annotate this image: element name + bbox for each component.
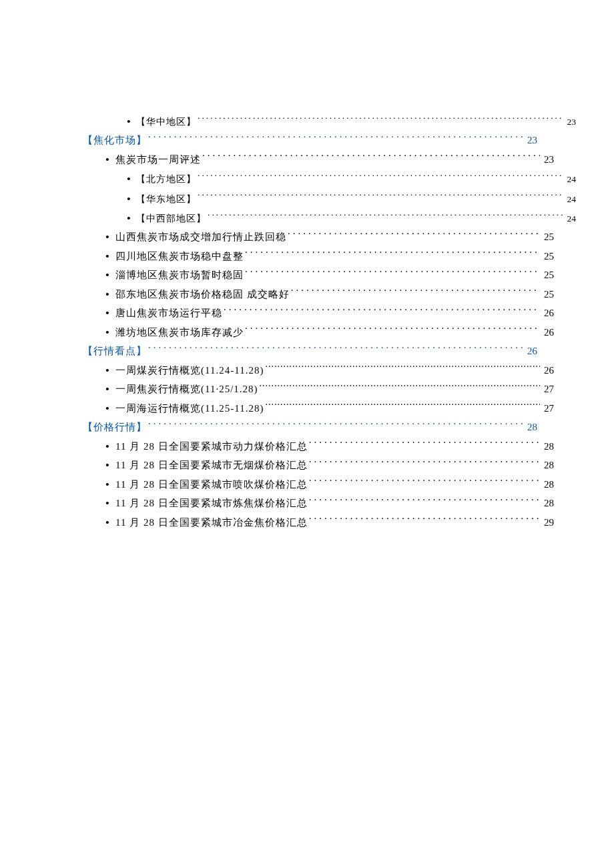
bullet-icon: • xyxy=(121,189,136,208)
bullet-icon: • xyxy=(99,247,115,266)
toc-label: 【华中地区】 xyxy=(136,113,196,131)
toc-entry[interactable]: • 焦炭市场一周评述 23 xyxy=(83,150,554,169)
toc-leader xyxy=(148,344,523,354)
toc-page: 26 xyxy=(543,323,554,342)
toc-page: 23 xyxy=(543,150,554,169)
toc-leader xyxy=(309,496,540,506)
toc-entry[interactable]: • 【北方地区】 24 xyxy=(83,169,576,188)
toc-label: 11 月 28 日全国要紧城市喷吹煤价格汇总 xyxy=(115,475,308,494)
toc-leader xyxy=(309,516,540,526)
toc-leader xyxy=(198,115,563,125)
toc-label: 邵东地区焦炭市场价格稳固 成交略好 xyxy=(115,285,290,304)
toc-page: 28 xyxy=(543,475,554,494)
toc-label: 【北方地区】 xyxy=(136,171,196,188)
toc-page: 27 xyxy=(543,399,554,418)
toc-page: 28 xyxy=(526,418,537,437)
toc-label: 淄博地区焦炭市场暂时稳固 xyxy=(115,266,244,285)
toc-leader xyxy=(309,478,540,488)
toc-page: 23 xyxy=(566,113,577,131)
toc-leader xyxy=(245,326,540,336)
toc-leader xyxy=(265,364,540,374)
bullet-icon: • xyxy=(99,266,115,285)
toc-entry[interactable]: • 11 月 28 日全国要紧城市喷吹煤价格汇总 28 xyxy=(83,475,554,494)
toc-leader xyxy=(208,211,563,222)
bullet-icon: • xyxy=(99,475,115,494)
toc-leader xyxy=(224,306,540,316)
toc-page: 26 xyxy=(526,342,537,361)
toc-label: 【中西部地区】 xyxy=(136,210,206,228)
toc-leader xyxy=(245,268,540,278)
bullet-icon: • xyxy=(99,456,115,475)
toc-entry[interactable]: • 一周煤炭行情概览(11.24-11.28) 26 xyxy=(83,361,554,380)
toc-entry[interactable]: • 11 月 28 日全国要紧城市冶金焦价格汇总 29 xyxy=(83,513,554,532)
toc-leader xyxy=(260,382,540,392)
toc-page: 28 xyxy=(543,494,554,513)
toc-page: 23 xyxy=(526,131,537,150)
toc-leader xyxy=(288,230,540,240)
toc-leader xyxy=(148,420,523,430)
toc-section[interactable]: 【价格行情】 28 xyxy=(83,418,537,437)
bullet-icon: • xyxy=(99,494,115,513)
toc-label: 【焦化市场】 xyxy=(83,131,147,150)
toc-page: 25 xyxy=(543,247,554,266)
toc-entry[interactable]: • 淄博地区焦炭市场暂时稳固 25 xyxy=(83,266,554,285)
toc-entry[interactable]: • 一周海运行情概览(11.25-11.28) 27 xyxy=(83,399,554,418)
toc-section[interactable]: 【焦化市场】 23 xyxy=(83,131,537,150)
bullet-icon: • xyxy=(121,169,136,188)
toc-entry[interactable]: • 【华东地区】 24 xyxy=(83,189,576,208)
toc-label: 11 月 28 日全国要紧城市炼焦煤价格汇总 xyxy=(115,494,308,513)
toc-page: 25 xyxy=(543,266,554,285)
toc-leader xyxy=(291,288,540,298)
bullet-icon: • xyxy=(99,323,115,342)
toc-entry[interactable]: • 11 月 28 日全国要紧城市动力煤价格汇总 28 xyxy=(83,437,554,456)
toc-label: 11 月 28 日全国要紧城市冶金焦价格汇总 xyxy=(115,513,308,532)
toc-leader xyxy=(198,172,563,182)
bullet-icon: • xyxy=(121,208,136,228)
bullet-icon: • xyxy=(99,150,115,169)
toc-page: 28 xyxy=(543,456,554,475)
toc-entry[interactable]: • 11 月 28 日全国要紧城市炼焦煤价格汇总 28 xyxy=(83,494,554,513)
bullet-icon: • xyxy=(99,285,115,304)
bullet-icon: • xyxy=(99,361,115,380)
toc-leader xyxy=(198,192,563,202)
toc-page: 27 xyxy=(543,380,554,399)
toc-label: 【价格行情】 xyxy=(83,418,147,437)
bullet-icon: • xyxy=(121,111,136,131)
toc-leader xyxy=(265,402,540,412)
toc-entry[interactable]: • 邵东地区焦炭市场价格稳固 成交略好 25 xyxy=(83,285,554,304)
toc-label: 11 月 28 日全国要紧城市无烟煤价格汇总 xyxy=(115,456,308,475)
toc-label: 11 月 28 日全国要紧城市动力煤价格汇总 xyxy=(115,437,308,456)
toc-entry[interactable]: • 【中西部地区】 24 xyxy=(83,208,576,228)
toc-entry[interactable]: • 潍坊地区焦炭市场库存减少 26 xyxy=(83,323,554,342)
toc-page: 28 xyxy=(543,437,554,456)
toc-page: 24 xyxy=(566,191,577,208)
toc-leader xyxy=(202,153,540,163)
toc-page: 29 xyxy=(543,513,554,532)
toc-entry[interactable]: • 四川地区焦炭市场稳中盘整 25 xyxy=(83,247,554,266)
toc-entry[interactable]: • 山西焦炭市场成交增加行情止跌回稳 25 xyxy=(83,228,554,247)
toc-entry[interactable]: • 一周焦炭行情概览(11·25/1.28) 27 xyxy=(83,380,554,399)
toc-page: 25 xyxy=(543,285,554,304)
toc-entry[interactable]: • 11 月 28 日全国要紧城市无烟煤价格汇总 28 xyxy=(83,456,554,475)
toc-page: 26 xyxy=(543,304,554,323)
bullet-icon: • xyxy=(99,513,115,532)
toc-leader xyxy=(309,440,540,450)
bullet-icon: • xyxy=(99,228,115,247)
toc-page: 26 xyxy=(543,361,554,380)
toc-entry[interactable]: • 唐山焦炭市场运行平稳 26 xyxy=(83,304,554,323)
bullet-icon: • xyxy=(99,399,115,418)
toc-entry[interactable]: • 【华中地区】 23 xyxy=(83,111,576,131)
bullet-icon: • xyxy=(99,304,115,323)
toc-leader xyxy=(148,133,523,143)
toc-label: 山西焦炭市场成交增加行情止跌回稳 xyxy=(115,228,286,247)
bullet-icon: • xyxy=(99,380,115,399)
toc-page: 24 xyxy=(566,171,577,188)
toc-label: 一周焦炭行情概览(11·25/1.28) xyxy=(115,380,258,399)
toc-section[interactable]: 【行情看点】 26 xyxy=(83,342,537,361)
toc-leader xyxy=(309,458,540,468)
toc-label: 一周海运行情概览(11.25-11.28) xyxy=(115,399,264,418)
toc-page: 25 xyxy=(543,228,554,247)
toc-label: 【行情看点】 xyxy=(83,342,147,361)
toc-label: 【华东地区】 xyxy=(136,191,196,208)
toc-page: 24 xyxy=(566,210,577,228)
